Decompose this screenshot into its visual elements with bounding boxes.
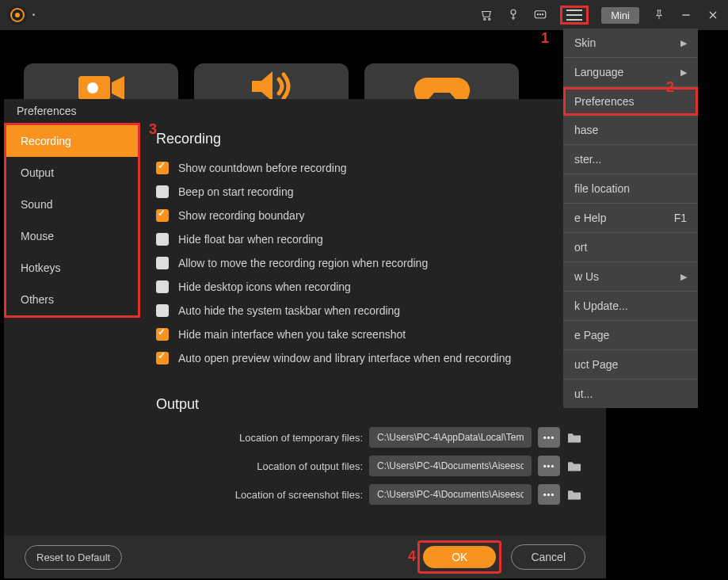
menu-language[interactable]: Language▶ bbox=[563, 58, 698, 87]
svg-point-4 bbox=[538, 14, 539, 15]
annotation-1: 1 bbox=[541, 30, 549, 47]
minimize-icon[interactable] bbox=[679, 8, 693, 22]
folder-icon[interactable] bbox=[566, 488, 582, 501]
menu-preferences-label: Preferences bbox=[574, 95, 634, 108]
checkbox-show-countdown[interactable] bbox=[156, 162, 169, 174]
sidebar-item-recording[interactable]: Recording bbox=[6, 125, 138, 157]
checkbox-auto-preview[interactable] bbox=[156, 352, 169, 364]
menu-label: ut... bbox=[574, 387, 593, 400]
menu-label: uct Page bbox=[574, 358, 618, 371]
checkbox-allow-move[interactable] bbox=[156, 257, 169, 269]
output-files-browse-button[interactable]: ••• bbox=[538, 456, 560, 476]
checkbox-hide-desktop[interactable] bbox=[156, 280, 169, 293]
svg-point-2 bbox=[511, 10, 516, 14]
cart-icon[interactable] bbox=[479, 8, 494, 22]
menu-label: hase bbox=[574, 124, 598, 136]
annotation-2: 2 bbox=[666, 79, 674, 96]
modal-title: Preferences bbox=[17, 105, 76, 117]
menu-follow-us[interactable]: w Us▶ bbox=[563, 262, 698, 292]
label-show-countdown: Show countdown before recording bbox=[178, 162, 346, 174]
label-auto-hide-taskbar: Auto hide the system taskbar when record… bbox=[178, 304, 400, 317]
cancel-button[interactable]: Cancel bbox=[511, 544, 585, 570]
screenshot-files-input[interactable] bbox=[369, 484, 532, 505]
output-files-input[interactable] bbox=[369, 456, 532, 476]
sidebar-item-sound[interactable]: Sound bbox=[6, 189, 138, 220]
svg-point-5 bbox=[540, 14, 541, 15]
recording-heading: Recording bbox=[156, 131, 582, 147]
screenshot-files-label: Location of screenshot files: bbox=[235, 489, 363, 501]
preferences-sidebar: Recording Output Sound Mouse Hotkeys Oth… bbox=[4, 123, 140, 536]
menu-help[interactable]: e HelpF1 bbox=[563, 204, 698, 233]
close-icon[interactable] bbox=[706, 8, 720, 22]
menu-button[interactable] bbox=[560, 6, 589, 25]
checkbox-auto-hide-taskbar[interactable] bbox=[156, 304, 169, 317]
label-hide-desktop: Hide desktop icons when recording bbox=[178, 280, 351, 293]
preferences-content: Recording Show countdown before recordin… bbox=[140, 123, 606, 536]
chevron-right-icon: ▶ bbox=[680, 272, 687, 282]
checkbox-beep[interactable] bbox=[156, 185, 169, 198]
svg-point-0 bbox=[484, 18, 486, 20]
menu-item[interactable]: hase bbox=[563, 116, 698, 145]
menu-item[interactable]: e Page bbox=[563, 321, 698, 350]
checkbox-hide-float[interactable] bbox=[156, 233, 169, 246]
label-beep: Beep on start recording bbox=[178, 185, 294, 198]
menu-language-label: Language bbox=[574, 66, 623, 78]
preferences-modal: Preferences ✕ Recording Output Sound Mou… bbox=[4, 99, 606, 578]
menu-label: ort bbox=[574, 241, 587, 254]
label-allow-move: Allow to move the recording region when … bbox=[178, 257, 428, 269]
chevron-right-icon: ▶ bbox=[680, 67, 687, 78]
output-heading: Output bbox=[156, 396, 582, 413]
menu-file-location[interactable]: file location bbox=[563, 174, 698, 204]
svg-point-8 bbox=[87, 82, 98, 93]
label-show-boundary: Show recording boundary bbox=[178, 209, 305, 222]
svg-point-6 bbox=[543, 14, 543, 15]
checkbox-hide-main[interactable] bbox=[156, 328, 169, 341]
checkbox-show-boundary[interactable] bbox=[156, 209, 169, 222]
menu-label: file location bbox=[574, 182, 630, 195]
mini-button[interactable]: Mini bbox=[601, 7, 639, 24]
folder-icon[interactable] bbox=[566, 460, 582, 472]
reset-default-button[interactable]: Reset to Default bbox=[25, 545, 122, 570]
menu-item[interactable]: ut... bbox=[563, 380, 698, 408]
sidebar-item-others[interactable]: Others bbox=[6, 284, 138, 315]
menu-preferences[interactable]: Preferences bbox=[563, 87, 698, 116]
menu-check-update[interactable]: k Update... bbox=[563, 292, 698, 321]
temp-files-browse-button[interactable]: ••• bbox=[538, 427, 560, 448]
modal-footer: Reset to Default OK Cancel bbox=[4, 536, 606, 578]
menu-item[interactable]: ort bbox=[563, 233, 698, 262]
svg-point-1 bbox=[489, 18, 490, 20]
label-hide-float: Hide float bar when recording bbox=[178, 233, 323, 246]
label-auto-preview: Auto open preview window and library int… bbox=[178, 352, 511, 364]
key-icon[interactable] bbox=[506, 8, 520, 22]
feedback-icon[interactable] bbox=[533, 8, 547, 22]
output-files-label: Location of output files: bbox=[257, 460, 363, 472]
chevron-right-icon: ▶ bbox=[680, 38, 687, 48]
main-menu-dropdown: Skin▶ Language▶ Preferences hase ster...… bbox=[563, 29, 698, 408]
menu-item[interactable]: uct Page bbox=[563, 350, 698, 380]
ok-button[interactable]: OK bbox=[423, 546, 496, 568]
menu-label: e Page bbox=[574, 329, 609, 342]
label-hide-main: Hide main interface when you take screen… bbox=[178, 328, 406, 341]
modal-header: Preferences ✕ bbox=[4, 99, 606, 123]
folder-icon[interactable] bbox=[566, 431, 582, 444]
menu-skin-label: Skin bbox=[574, 36, 596, 49]
menu-label: w Us bbox=[574, 270, 599, 283]
menu-label: ster... bbox=[574, 153, 601, 166]
menu-label: e Help bbox=[574, 212, 606, 224]
pin-icon[interactable] bbox=[652, 8, 666, 22]
menu-label: k Update... bbox=[574, 300, 628, 312]
menu-item[interactable]: ster... bbox=[563, 145, 698, 174]
annotation-3: 3 bbox=[149, 121, 157, 138]
menu-skin[interactable]: Skin▶ bbox=[563, 29, 698, 58]
temp-files-label: Location of temporary files: bbox=[239, 432, 363, 444]
sidebar-item-mouse[interactable]: Mouse bbox=[6, 220, 138, 252]
app-logo-icon bbox=[8, 6, 27, 25]
annotation-4: 4 bbox=[408, 548, 416, 565]
sidebar-item-hotkeys[interactable]: Hotkeys bbox=[6, 252, 138, 284]
screenshot-files-browse-button[interactable]: ••• bbox=[538, 484, 560, 505]
menu-shortcut: F1 bbox=[674, 212, 687, 224]
titlebar: Mini bbox=[0, 0, 728, 30]
temp-files-input[interactable] bbox=[369, 427, 532, 448]
sidebar-item-output[interactable]: Output bbox=[6, 157, 138, 189]
